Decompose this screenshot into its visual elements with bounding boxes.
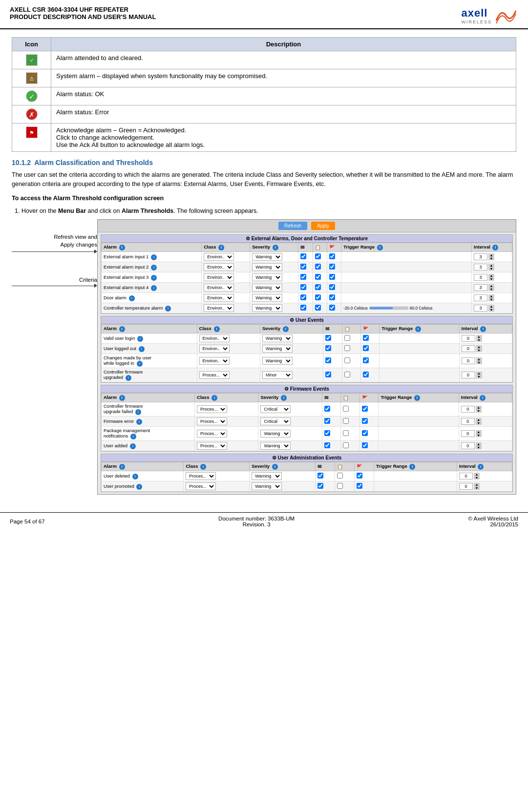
class-select[interactable]: Proces... bbox=[197, 405, 227, 413]
interval-up[interactable]: ▲ bbox=[476, 357, 482, 361]
flag-checkbox[interactable] bbox=[362, 430, 368, 436]
severity-select[interactable]: Warning bbox=[262, 357, 293, 365]
interval-input[interactable] bbox=[474, 284, 487, 291]
severity-select[interactable]: Warning bbox=[262, 345, 293, 353]
flag-checkbox[interactable] bbox=[362, 418, 368, 424]
email-checkbox[interactable] bbox=[324, 430, 330, 436]
snmp-checkbox[interactable] bbox=[315, 253, 321, 259]
alarm-info-icon[interactable]: i bbox=[119, 464, 125, 470]
snmp-checkbox[interactable] bbox=[337, 483, 343, 489]
snmp-checkbox[interactable] bbox=[343, 418, 349, 424]
severity-select[interactable]: Warning bbox=[252, 284, 282, 291]
class-select[interactable]: Environ.. bbox=[204, 273, 234, 281]
interval-down[interactable]: ▼ bbox=[476, 338, 482, 342]
interval-up[interactable]: ▲ bbox=[488, 284, 494, 288]
snmp-checkbox[interactable] bbox=[343, 406, 349, 412]
class-select[interactable]: Environ.. bbox=[204, 253, 234, 261]
alarm-info-icon[interactable]: i bbox=[119, 245, 125, 250]
class-info-icon[interactable]: i bbox=[211, 395, 217, 401]
email-checkbox[interactable] bbox=[324, 418, 330, 424]
interval-down[interactable]: ▼ bbox=[476, 409, 482, 413]
snmp-checkbox[interactable] bbox=[344, 372, 350, 377]
class-select[interactable]: Environ.. bbox=[204, 263, 234, 271]
flag-checkbox[interactable] bbox=[329, 305, 335, 311]
interval-up[interactable]: ▲ bbox=[488, 274, 494, 277]
range-slider[interactable] bbox=[369, 307, 408, 310]
severity-select[interactable]: Warning bbox=[252, 263, 282, 271]
trigger-info-icon[interactable]: i bbox=[414, 395, 420, 401]
snmp-checkbox[interactable] bbox=[343, 430, 349, 436]
severity-info-icon[interactable]: i bbox=[283, 326, 289, 332]
class-info-icon[interactable]: i bbox=[218, 245, 224, 250]
refresh-button[interactable]: Refresh bbox=[278, 222, 307, 230]
flag-checkbox[interactable] bbox=[329, 284, 335, 290]
interval-input[interactable] bbox=[462, 357, 475, 364]
interval-down[interactable]: ▼ bbox=[476, 361, 482, 364]
flag-checkbox[interactable] bbox=[329, 294, 335, 300]
interval-up[interactable]: ▲ bbox=[474, 483, 480, 486]
snmp-checkbox[interactable] bbox=[344, 357, 350, 363]
interval-up[interactable]: ▲ bbox=[476, 345, 482, 349]
email-checkbox[interactable] bbox=[325, 345, 331, 351]
interval-up[interactable]: ▲ bbox=[476, 335, 482, 338]
flag-checkbox[interactable] bbox=[362, 406, 368, 412]
row-info-icon[interactable]: i bbox=[151, 265, 157, 271]
snmp-checkbox[interactable] bbox=[344, 335, 350, 341]
row-info-icon[interactable]: i bbox=[130, 443, 136, 449]
flag-checkbox[interactable] bbox=[362, 442, 368, 448]
severity-select[interactable]: Warning bbox=[252, 253, 282, 261]
row-info-icon[interactable]: i bbox=[126, 375, 131, 381]
flag-checkbox[interactable] bbox=[357, 483, 362, 489]
interval-down[interactable]: ▼ bbox=[488, 298, 494, 301]
interval-up[interactable]: ▲ bbox=[476, 406, 482, 409]
trigger-info-icon[interactable]: i bbox=[409, 464, 415, 470]
interval-down[interactable]: ▼ bbox=[474, 476, 480, 479]
email-checkbox[interactable] bbox=[325, 372, 331, 377]
class-select[interactable]: Environ.. bbox=[199, 345, 230, 353]
severity-select[interactable]: Warning bbox=[262, 334, 293, 342]
trigger-info-icon[interactable]: i bbox=[415, 326, 421, 332]
email-checkbox[interactable] bbox=[300, 294, 306, 300]
flag-checkbox[interactable] bbox=[363, 357, 369, 363]
interval-input[interactable] bbox=[474, 264, 487, 271]
interval-input[interactable] bbox=[462, 335, 475, 342]
email-checkbox[interactable] bbox=[300, 274, 306, 280]
interval-down[interactable]: ▼ bbox=[488, 277, 494, 281]
alarm-info-icon[interactable]: i bbox=[119, 326, 125, 332]
interval-up[interactable]: ▲ bbox=[476, 372, 482, 375]
interval-down[interactable]: ▼ bbox=[476, 421, 482, 425]
row-info-icon[interactable]: i bbox=[132, 474, 138, 479]
interval-down[interactable]: ▼ bbox=[476, 446, 482, 449]
severity-select[interactable]: Warning bbox=[252, 304, 282, 312]
class-select[interactable]: Proces... bbox=[186, 482, 216, 490]
interval-up[interactable]: ▲ bbox=[488, 264, 494, 267]
email-checkbox[interactable] bbox=[300, 305, 306, 311]
snmp-checkbox[interactable] bbox=[343, 442, 349, 448]
snmp-checkbox[interactable] bbox=[344, 345, 350, 351]
flag-checkbox[interactable] bbox=[329, 264, 335, 270]
row-info-icon[interactable]: i bbox=[130, 434, 136, 439]
interval-down[interactable]: ▼ bbox=[488, 308, 494, 312]
interval-up[interactable]: ▲ bbox=[488, 294, 494, 298]
flag-checkbox[interactable] bbox=[329, 274, 335, 280]
flag-checkbox[interactable] bbox=[363, 345, 369, 351]
row-info-icon[interactable]: i bbox=[137, 361, 143, 367]
row-info-icon[interactable]: i bbox=[151, 254, 157, 260]
class-select[interactable]: Proces... bbox=[186, 472, 216, 480]
snmp-checkbox[interactable] bbox=[315, 274, 321, 280]
snmp-checkbox[interactable] bbox=[315, 264, 321, 270]
class-select[interactable]: Proces... bbox=[197, 417, 227, 425]
row-info-icon[interactable]: i bbox=[129, 295, 135, 301]
email-checkbox[interactable] bbox=[317, 483, 323, 489]
flag-checkbox[interactable] bbox=[357, 473, 362, 479]
interval-input[interactable] bbox=[461, 406, 475, 413]
row-info-icon[interactable]: i bbox=[151, 285, 157, 291]
interval-down[interactable]: ▼ bbox=[476, 434, 482, 437]
severity-select[interactable]: Critical bbox=[260, 405, 291, 413]
interval-down[interactable]: ▼ bbox=[488, 288, 494, 291]
interval-input[interactable] bbox=[474, 253, 487, 260]
interval-up[interactable]: ▲ bbox=[488, 305, 494, 308]
severity-info-icon[interactable]: i bbox=[273, 245, 278, 250]
email-checkbox[interactable] bbox=[325, 357, 331, 363]
interval-up[interactable]: ▲ bbox=[476, 418, 482, 421]
